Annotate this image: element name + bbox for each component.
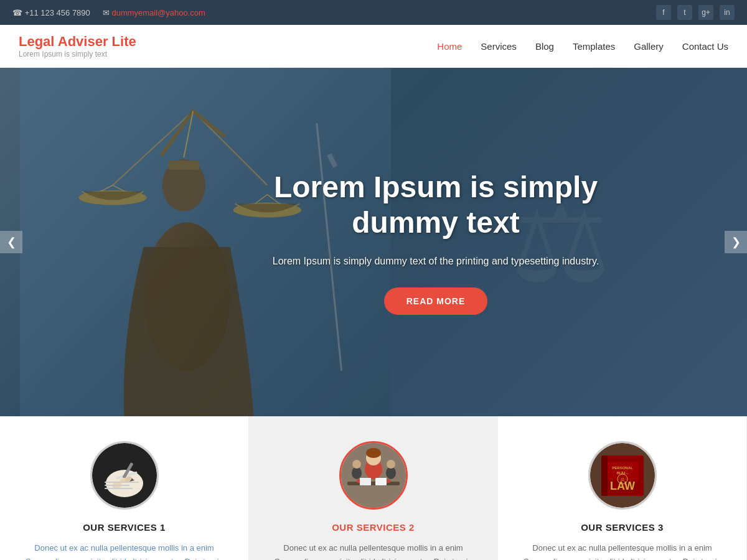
brand-name: Legal Adviser Lite bbox=[19, 34, 136, 50]
hero-prev-button[interactable]: ❮ bbox=[0, 231, 22, 253]
nav-services[interactable]: Services bbox=[481, 41, 517, 52]
service-2-title: OUR SERVICES 2 bbox=[268, 522, 479, 533]
brand-tagline: Lorem Ipsum is simply text bbox=[19, 50, 136, 58]
email-info: ✉ dummyemail@yahoo.com bbox=[103, 8, 205, 17]
svg-rect-42 bbox=[601, 455, 608, 496]
top-bar: ☎ +11 123 456 7890 ✉ dummyemail@yahoo.co… bbox=[0, 0, 747, 25]
svg-text:⚖: ⚖ bbox=[621, 477, 624, 482]
service-3-desc: Donec ut ex ac nulla pellentesque mollis… bbox=[517, 541, 728, 560]
hero-heading: Lorem Ipsum is simply dummy text bbox=[273, 169, 599, 241]
hero-subtext: Lorem Ipsum is simply dummy text of the … bbox=[273, 253, 599, 269]
svg-rect-25 bbox=[105, 488, 133, 489]
service-1-title: OUR SERVICES 1 bbox=[19, 522, 230, 533]
svg-text:PERSONAL: PERSONAL bbox=[612, 466, 633, 470]
hero-content: Lorem Ipsum is simply dummy text Lorem I… bbox=[260, 169, 611, 315]
email-icon: ✉ bbox=[103, 8, 110, 17]
svg-point-37 bbox=[352, 460, 361, 469]
phone-number: +11 123 456 7890 bbox=[25, 8, 90, 17]
main-nav: Home Services Blog Templates Gallery Con… bbox=[437, 41, 728, 52]
service-2-image bbox=[339, 441, 408, 510]
phone-info: ☎ +11 123 456 7890 bbox=[12, 8, 90, 17]
email-link[interactable]: dummyemail@yahoo.com bbox=[111, 8, 205, 17]
brand-highlight: Lite bbox=[112, 34, 136, 49]
services-section: OUR SERVICES 1 Donec ut ex ac nulla pell… bbox=[0, 416, 747, 560]
social-icons: f t g+ in bbox=[656, 5, 735, 20]
hero-read-more-button[interactable]: READ MORE bbox=[384, 287, 488, 315]
contact-info: ☎ +11 123 456 7890 ✉ dummyemail@yahoo.co… bbox=[12, 8, 205, 17]
nav-contact[interactable]: Contact Us bbox=[682, 41, 728, 52]
svg-rect-35 bbox=[375, 478, 387, 485]
service-1-image bbox=[90, 441, 159, 510]
service-card-3: PERSONAL INJU... LAW ⚖ OUR SERVICES 3 Do… bbox=[498, 416, 747, 560]
linkedin-icon[interactable]: in bbox=[720, 5, 735, 20]
svg-point-31 bbox=[366, 448, 381, 458]
googleplus-icon[interactable]: g+ bbox=[698, 5, 713, 20]
service-2-desc: Donec ut ex ac nulla pellentesque mollis… bbox=[268, 541, 479, 560]
nav-blog[interactable]: Blog bbox=[535, 41, 554, 52]
service-3-title: OUR SERVICES 3 bbox=[517, 522, 728, 533]
svg-rect-34 bbox=[360, 478, 371, 485]
nav-home[interactable]: Home bbox=[437, 41, 462, 52]
brand-name-text: Legal Adviser bbox=[19, 34, 108, 49]
nav-gallery[interactable]: Gallery bbox=[634, 41, 664, 52]
service-card-1: OUR SERVICES 1 Donec ut ex ac nulla pell… bbox=[0, 416, 249, 560]
nav-templates[interactable]: Templates bbox=[573, 41, 615, 52]
site-header: Legal Adviser Lite Lorem Ipsum is simply… bbox=[0, 25, 747, 68]
hero-section: ⚖ Lorem Ipsum is simply dummy text Lorem… bbox=[0, 68, 747, 416]
service-1-desc: Donec ut ex ac nulla pellentesque mollis… bbox=[19, 541, 230, 560]
service-3-image: PERSONAL INJU... LAW ⚖ bbox=[588, 441, 657, 510]
service-card-2: OUR SERVICES 2 Donec ut ex ac nulla pell… bbox=[249, 416, 498, 560]
hero-next-button[interactable]: ❯ bbox=[725, 231, 747, 253]
svg-rect-24 bbox=[105, 485, 129, 486]
svg-rect-23 bbox=[105, 482, 139, 483]
svg-rect-7 bbox=[168, 161, 199, 170]
logo: Legal Adviser Lite Lorem Ipsum is simply… bbox=[19, 34, 136, 58]
twitter-icon[interactable]: t bbox=[677, 5, 692, 20]
phone-icon: ☎ bbox=[12, 8, 22, 17]
svg-rect-28 bbox=[347, 482, 400, 485]
svg-point-39 bbox=[387, 460, 395, 469]
facebook-icon[interactable]: f bbox=[656, 5, 671, 20]
svg-text:LAW: LAW bbox=[610, 480, 635, 492]
